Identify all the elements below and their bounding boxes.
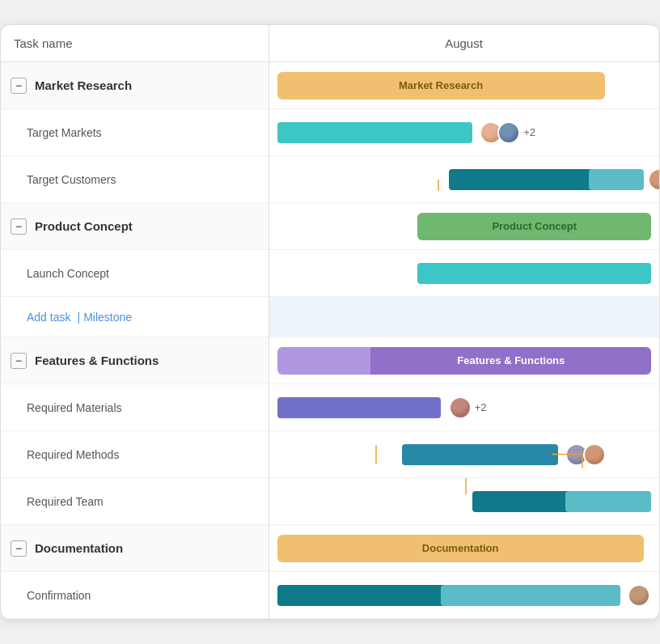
chart-row-confirmation (269, 572, 659, 619)
chart-row-required-methods (269, 431, 659, 478)
bar-required-team-dark[interactable] (472, 491, 573, 512)
label-product-concept: Product Concept (35, 219, 133, 233)
bar-required-team-light (565, 491, 651, 512)
row-market-research: − Market Research (1, 62, 269, 109)
task-col-header: Task name (1, 25, 269, 61)
divider: | (77, 311, 80, 324)
avatars-required-methods (565, 443, 606, 466)
avatar-3 (648, 168, 660, 191)
avatar-5 (449, 396, 472, 419)
row-required-materials: Required Materials (1, 384, 269, 431)
bar-launch-concept[interactable] (417, 263, 651, 284)
label-confirmation: Confirmation (27, 589, 91, 602)
chart-row-market-research: Market Research (269, 62, 659, 109)
bar-confirmation-dark[interactable] (277, 585, 449, 606)
bar-required-methods[interactable] (402, 444, 558, 465)
avatars-target-markets: +2 (480, 121, 535, 144)
milestone-link[interactable]: Milestone (83, 311, 132, 324)
bar-label-documentation: Documentation (422, 542, 499, 554)
gantt-chart: Task name August − Market Research Targe… (0, 24, 660, 620)
avatars-confirmation (628, 584, 650, 607)
bar-label-features-functions: Features & Functions (457, 354, 565, 366)
chart-row-add (269, 297, 659, 337)
collapse-features-functions[interactable]: − (11, 353, 27, 369)
chart-row-target-customers (269, 156, 659, 203)
label-target-markets: Target Markets (27, 126, 102, 139)
avatar-count-2: +2 (475, 401, 487, 413)
label-target-customers: Target Customers (27, 173, 116, 186)
bar-confirmation-light (441, 585, 620, 606)
row-required-team: Required Team (1, 478, 269, 525)
chart-row-required-team (269, 478, 659, 525)
bar-features-functions[interactable]: Features & Functions (370, 347, 651, 375)
chart-row-launch-concept (269, 250, 659, 297)
bar-features-functions-light (277, 347, 379, 375)
bar-target-customers-light (589, 169, 643, 190)
chart-row-documentation: Documentation (269, 525, 659, 572)
avatars-target-customers (648, 168, 660, 191)
row-target-customers: Target Customers (1, 156, 269, 203)
label-features-functions: Features & Functions (35, 354, 159, 367)
avatar-2 (497, 121, 520, 144)
bar-target-customers-dark[interactable] (449, 169, 597, 190)
avatar-8 (628, 584, 650, 607)
bar-required-materials[interactable] (277, 397, 441, 418)
avatars-required-materials: +2 (449, 396, 487, 419)
row-documentation: − Documentation (1, 525, 269, 572)
chart-area: Market Research +2 (269, 62, 659, 619)
row-features-functions: − Features & Functions (1, 337, 269, 384)
bar-product-concept[interactable]: Product Concept (417, 213, 651, 240)
row-target-markets: Target Markets (1, 109, 269, 156)
bar-documentation[interactable]: Documentation (277, 535, 644, 562)
gantt-header: Task name August (1, 25, 659, 62)
label-required-methods: Required Methods (27, 448, 119, 461)
row-required-methods: Required Methods (1, 431, 269, 478)
label-required-materials: Required Materials (27, 401, 122, 414)
chart-row-features-functions: Features & Functions (269, 337, 659, 384)
task-list: − Market Research Target Markets Target … (1, 62, 269, 619)
bar-label-market-research: Market Research (399, 79, 483, 91)
label-market-research: Market Research (35, 78, 132, 92)
collapse-market-research[interactable]: − (11, 78, 27, 94)
avatar-7 (583, 443, 606, 466)
chart-row-target-markets: +2 (269, 109, 659, 156)
collapse-product-concept[interactable]: − (11, 218, 27, 235)
avatar-count-1: +2 (523, 126, 535, 138)
add-task-link[interactable]: Add task (27, 311, 70, 324)
collapse-documentation[interactable]: − (11, 540, 27, 557)
row-product-concept: − Product Concept (1, 203, 269, 250)
chart-row-required-materials: +2 (269, 384, 659, 431)
bar-target-markets[interactable] (277, 122, 472, 143)
row-launch-concept: Launch Concept (1, 250, 269, 297)
row-add-task: Add task | Milestone (1, 297, 269, 337)
label-launch-concept: Launch Concept (27, 267, 109, 280)
label-documentation: Documentation (35, 541, 123, 555)
bar-label-product-concept: Product Concept (492, 220, 577, 232)
gantt-body: − Market Research Target Markets Target … (1, 62, 659, 619)
row-confirmation: Confirmation (1, 572, 269, 619)
label-required-team: Required Team (27, 495, 104, 508)
chart-row-product-concept: Product Concept (269, 203, 659, 250)
bar-market-research[interactable]: Market Research (277, 72, 605, 100)
month-col-header: August (269, 25, 659, 61)
